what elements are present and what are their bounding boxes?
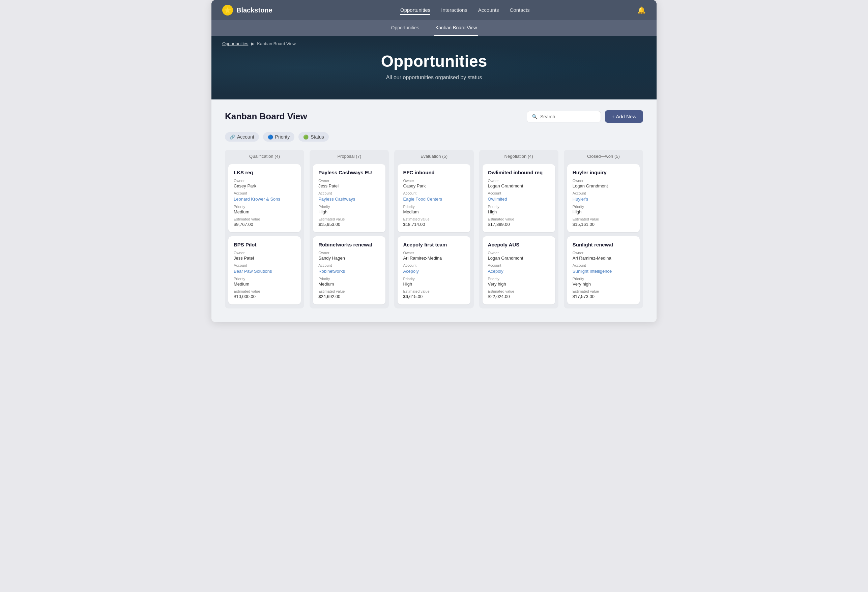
- card-title: Huyler inquiry: [573, 170, 634, 175]
- card-huyler[interactable]: Huyler inquiry Owner Logan Grandmont Acc…: [567, 164, 640, 232]
- col-cards-proposal: Payless Cashways EU Owner Jess Patel Acc…: [310, 163, 389, 309]
- sub-nav: Opportunities Kanban Board View: [211, 20, 657, 36]
- nav-links: Opportunities Interactions Accounts Cont…: [293, 6, 637, 15]
- card-efc-inbound[interactable]: EFC inbound Owner Casey Park Account Eag…: [397, 164, 470, 232]
- filter-pills: 🔗 Account 🔵 Priority 🟢 Status: [225, 132, 643, 142]
- card-title: Robinetworks renewal: [318, 242, 380, 248]
- card-title: LKS req: [234, 170, 295, 175]
- col-header-closed-won: Closed—won (5): [564, 150, 643, 163]
- logo-star: ⭐: [222, 5, 233, 16]
- search-input[interactable]: [540, 114, 596, 120]
- kanban-board: Qualification (4) LKS req Owner Casey Pa…: [225, 150, 643, 309]
- breadcrumb-parent[interactable]: Opportunities: [222, 41, 248, 46]
- card-account-link[interactable]: Payless Cashways: [318, 196, 355, 202]
- column-closed-won: Closed—won (5) Huyler inquiry Owner Loga…: [564, 150, 643, 309]
- card-account-link[interactable]: Eagle Food Centers: [403, 196, 442, 202]
- nav-right: 🔔: [637, 6, 646, 14]
- card-title: BPS Pilot: [234, 242, 295, 248]
- card-sunlight[interactable]: Sunlight renewal Owner Ari Ramirez-Medin…: [567, 236, 640, 304]
- filter-account-label: Account: [237, 134, 254, 140]
- col-cards-closed-won: Huyler inquiry Owner Logan Grandmont Acc…: [564, 163, 643, 309]
- card-title: Payless Cashways EU: [318, 170, 380, 175]
- column-evaluation: Evaluation (5) EFC inbound Owner Casey P…: [394, 150, 474, 309]
- card-account-link[interactable]: Leonard Krower & Sons: [234, 196, 280, 202]
- add-new-button[interactable]: + Add New: [605, 110, 643, 123]
- col-cards-negotiation: Owlimited inbound req Owner Logan Grandm…: [479, 163, 558, 309]
- nav-contacts[interactable]: Contacts: [509, 6, 530, 15]
- subnav-opportunities[interactable]: Opportunities: [390, 20, 421, 36]
- nav-opportunities[interactable]: Opportunities: [400, 6, 430, 15]
- filter-status-label: Status: [311, 134, 324, 140]
- nav-interactions[interactable]: Interactions: [441, 6, 467, 15]
- filter-account[interactable]: 🔗 Account: [225, 132, 259, 142]
- card-title: Owlimited inbound req: [488, 170, 550, 175]
- card-robinetworks[interactable]: Robinetworks renewal Owner Sandy Hagen A…: [313, 236, 385, 304]
- toolbar: Kanban Board View 🔍 + Add New: [225, 110, 643, 123]
- card-account-link[interactable]: Owlimited: [488, 196, 507, 202]
- notifications-icon[interactable]: 🔔: [637, 6, 646, 14]
- breadcrumb-separator: ▶: [251, 41, 254, 46]
- card-acepoly-aus[interactable]: Acepoly AUS Owner Logan Grandmont Accoun…: [483, 236, 555, 304]
- col-header-negotiation: Negotiation (4): [479, 150, 558, 163]
- account-filter-icon: 🔗: [230, 134, 235, 140]
- card-acepoly-first[interactable]: Acepoly first team Owner Ari Ramirez-Med…: [397, 236, 470, 304]
- card-account-link[interactable]: Sunlight Intelligence: [573, 269, 612, 274]
- search-icon: 🔍: [532, 114, 537, 120]
- col-header-qualification: Qualification (4): [225, 150, 304, 163]
- col-cards-qualification: LKS req Owner Casey Park Account Leonard…: [225, 163, 304, 309]
- logo-area: ⭐ Blackstone: [222, 5, 273, 16]
- column-negotiation: Negotiation (4) Owlimited inbound req Ow…: [479, 150, 558, 309]
- hero-section: Opportunities ▶ Kanban Board View Opport…: [211, 36, 657, 99]
- main-content: Kanban Board View 🔍 + Add New 🔗 Account …: [211, 99, 657, 322]
- breadcrumb: Opportunities ▶ Kanban Board View: [222, 41, 296, 46]
- card-account-link[interactable]: Robinetworks: [318, 269, 345, 274]
- top-nav: ⭐ Blackstone Opportunities Interactions …: [211, 0, 657, 20]
- hero-subtitle: All our opportunities organised by statu…: [222, 74, 646, 81]
- column-qualification: Qualification (4) LKS req Owner Casey Pa…: [225, 150, 304, 309]
- card-payless[interactable]: Payless Cashways EU Owner Jess Patel Acc…: [313, 164, 385, 232]
- card-bps-pilot[interactable]: BPS Pilot Owner Jess Patel Account Bear …: [228, 236, 301, 304]
- card-account-link[interactable]: Huyler's: [573, 196, 589, 202]
- col-header-proposal: Proposal (7): [310, 150, 389, 163]
- toolbar-right: 🔍 + Add New: [527, 110, 643, 123]
- card-lks-req[interactable]: LKS req Owner Casey Park Account Leonard…: [228, 164, 301, 232]
- col-header-evaluation: Evaluation (5): [394, 150, 474, 163]
- card-account-link[interactable]: Acepoly: [488, 269, 503, 274]
- card-account-link[interactable]: Bear Paw Solutions: [234, 269, 272, 274]
- subnav-kanban[interactable]: Kanban Board View: [434, 20, 478, 36]
- app-name: Blackstone: [236, 6, 273, 14]
- card-title: EFC inbound: [403, 170, 465, 175]
- filter-status[interactable]: 🟢 Status: [298, 132, 329, 142]
- page-title: Kanban Board View: [225, 111, 307, 122]
- priority-filter-icon: 🔵: [268, 134, 273, 140]
- hero-title: Opportunities: [222, 52, 646, 71]
- filter-priority-label: Priority: [275, 134, 290, 140]
- card-title: Acepoly AUS: [488, 242, 550, 248]
- card-title: Sunlight renewal: [573, 242, 634, 248]
- card-account-link[interactable]: Acepoly: [403, 269, 418, 274]
- card-owlimited[interactable]: Owlimited inbound req Owner Logan Grandm…: [483, 164, 555, 232]
- status-filter-icon: 🟢: [303, 134, 309, 140]
- col-cards-evaluation: EFC inbound Owner Casey Park Account Eag…: [394, 163, 474, 309]
- column-proposal: Proposal (7) Payless Cashways EU Owner J…: [310, 150, 389, 309]
- card-title: Acepoly first team: [403, 242, 465, 248]
- filter-priority[interactable]: 🔵 Priority: [263, 132, 295, 142]
- breadcrumb-current: Kanban Board View: [257, 41, 296, 46]
- nav-accounts[interactable]: Accounts: [478, 6, 499, 15]
- search-box: 🔍: [527, 111, 601, 123]
